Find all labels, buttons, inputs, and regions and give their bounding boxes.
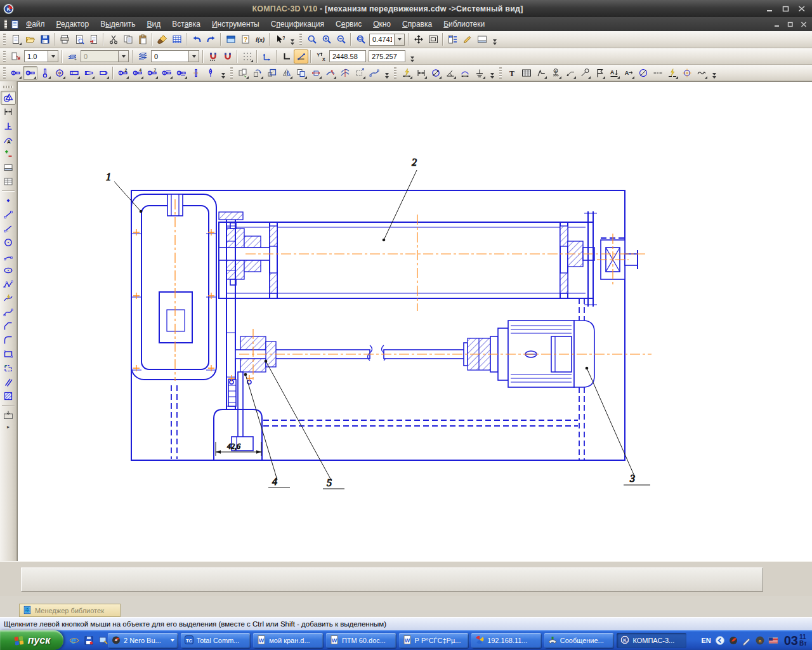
tool-center-mark-button[interactable] xyxy=(679,66,694,80)
tool-text-label-button[interactable]: T xyxy=(504,66,519,80)
left-tool-measure-a-button[interactable]: A xyxy=(1,133,16,147)
tool-datum-mark-button[interactable]: A xyxy=(548,66,563,80)
dimension-42-6[interactable]: 42,6 xyxy=(216,442,261,456)
tool-edit-curve-button[interactable] xyxy=(367,66,381,80)
drive-shaft[interactable] xyxy=(235,338,490,370)
tool-coords-yx-button[interactable]: YX xyxy=(313,50,328,63)
tool-wavy-line-button[interactable] xyxy=(694,66,709,80)
property-bar[interactable] xyxy=(21,567,763,592)
toolbar-grip[interactable] xyxy=(299,34,302,45)
tool-grid-button[interactable] xyxy=(240,50,254,63)
tool-doc-tree-button[interactable] xyxy=(445,32,460,46)
left-tool-hatch-button[interactable] xyxy=(1,389,16,403)
gearbox[interactable] xyxy=(131,194,216,380)
toolbar-overflow-chevron[interactable] xyxy=(488,66,495,80)
tool-help-topics-button[interactable]: ? xyxy=(238,32,252,46)
toolbar-overflow-chevron[interactable] xyxy=(491,32,498,46)
tool-view-label-button[interactable] xyxy=(592,66,606,80)
tool-move-objects-button[interactable] xyxy=(308,66,323,80)
tool-plate-slot-button[interactable] xyxy=(67,66,81,80)
tool-redo-button[interactable] xyxy=(204,32,218,46)
tray-abbyy-tray-icon[interactable]: a xyxy=(755,635,766,646)
panel-expand-handle[interactable]: ▸ xyxy=(7,424,10,430)
tool-magnet-setup-button[interactable] xyxy=(206,50,220,63)
left-tool-curve-lightning-button[interactable] xyxy=(1,291,16,305)
tool-zoom-out-button[interactable] xyxy=(334,32,348,46)
drawing-canvas[interactable]: 42,6 1 2 3 4 5 xyxy=(17,81,812,561)
group-dropdown-arrow[interactable] xyxy=(171,639,174,642)
tool-marking-down-button[interactable]: A xyxy=(606,66,621,80)
tool-diameter-dimension-button[interactable] xyxy=(428,66,443,80)
left-tool-relations-perp-button[interactable] xyxy=(1,119,16,133)
left-tool-ellipse-button[interactable] xyxy=(1,263,16,277)
tool-roughness-button[interactable] xyxy=(534,66,548,80)
left-tool-circle-button[interactable] xyxy=(1,235,16,249)
tool-open-folder-button[interactable] xyxy=(23,32,37,46)
tool-format-brush-button[interactable] xyxy=(155,32,169,46)
combo-current-scale[interactable]: 1.0 xyxy=(24,50,58,62)
callout-4[interactable]: 4 xyxy=(244,373,290,488)
left-tool-arc-button[interactable] xyxy=(1,249,16,263)
toolbar-grip[interactable] xyxy=(230,67,233,79)
tool-new-window-button[interactable] xyxy=(223,32,238,46)
tool-leader-parts-button[interactable] xyxy=(577,66,592,80)
tool-bolt-asm-4-button[interactable]: 4 xyxy=(130,66,145,80)
left-tool-segment-button[interactable] xyxy=(1,208,16,222)
tool-auto-axis-button[interactable] xyxy=(665,66,679,80)
taskbar-button-word-raschet[interactable]: WР Р°СЃС‡Рµ... xyxy=(399,633,469,648)
toolbar-overflow-chevron[interactable] xyxy=(289,32,296,46)
taskbar-button-word-moy-kran[interactable]: Wмой кран.d... xyxy=(253,633,323,648)
callout-2[interactable]: 2 xyxy=(383,157,417,241)
tool-bolt-asm-7-button[interactable]: 7 xyxy=(145,66,159,80)
menu-tools[interactable]: Инструменты xyxy=(206,18,265,30)
left-tool-report-table-button[interactable] xyxy=(1,175,16,189)
left-tool-polyline-button[interactable] xyxy=(1,277,16,291)
toolbar-overflow-chevron[interactable] xyxy=(710,66,717,80)
taskbar-button-word-ptm-60[interactable]: WПТМ 60.doc... xyxy=(326,633,396,648)
toolbar-grip[interactable] xyxy=(499,67,502,79)
tool-trim-curve-button[interactable] xyxy=(323,66,337,80)
tool-zoom-button[interactable] xyxy=(304,32,319,46)
restore-button[interactable] xyxy=(779,3,793,15)
menu-libraries[interactable]: Библиотеки xyxy=(438,18,490,30)
tool-washer-side-button[interactable] xyxy=(188,66,203,80)
left-tool-spec-panel-button[interactable] xyxy=(1,161,16,175)
taskbar-button-nero-group[interactable]: 2 Nero Bu... xyxy=(108,633,178,648)
tool-variables-fx-button[interactable]: f(x) xyxy=(252,32,267,46)
field-coord-y[interactable]: 275.257 xyxy=(369,50,405,62)
tool-edit-modes-button[interactable] xyxy=(460,32,475,46)
left-tool-plus-minus-button[interactable] xyxy=(1,147,16,161)
tool-print-button[interactable] xyxy=(57,32,72,46)
tool-washer-plan-button[interactable] xyxy=(52,66,67,80)
tool-undo-button[interactable] xyxy=(189,32,204,46)
tool-leader-callout-button[interactable] xyxy=(563,66,577,80)
tool-properties-panel-button[interactable] xyxy=(475,32,489,46)
tool-magnet-button[interactable] xyxy=(220,50,235,63)
left-tool-rectangle-button[interactable] xyxy=(1,347,16,361)
tool-plumb-bob-button[interactable] xyxy=(203,66,218,80)
callout-1[interactable]: 1 xyxy=(106,171,142,213)
left-tool-chamfer-button[interactable] xyxy=(1,319,16,333)
tool-copy-objects-button[interactable] xyxy=(294,66,308,80)
left-tool-spline-button[interactable] xyxy=(1,305,16,319)
tool-bolt-asm-button[interactable] xyxy=(159,66,174,80)
tool-copy-button[interactable] xyxy=(121,32,135,46)
menu-insert[interactable]: Вставка xyxy=(166,18,206,30)
left-tool-fillet-button[interactable] xyxy=(1,333,16,347)
field-coord-x[interactable]: 2448.58 xyxy=(329,50,366,62)
tool-stud-asm-button[interactable] xyxy=(174,66,188,80)
doc-minimize-button[interactable] xyxy=(771,20,783,29)
menu-file[interactable]: Файл xyxy=(20,18,51,30)
panel-grip[interactable] xyxy=(3,86,13,88)
tool-cursor-help-button[interactable]: ? xyxy=(272,32,287,46)
tool-insert-fragment-button[interactable] xyxy=(86,32,101,46)
tool-zoom-area-button[interactable] xyxy=(353,32,368,46)
taskbar-button-message[interactable]: Сообщение... xyxy=(544,633,614,648)
tool-paste-clipboard-button[interactable] xyxy=(135,32,150,46)
language-indicator[interactable]: EN xyxy=(701,637,710,644)
toolbar-grip[interactable] xyxy=(3,34,6,45)
tool-local-axes-button[interactable] xyxy=(259,50,274,63)
tray-us-flag-icon[interactable] xyxy=(768,635,779,646)
tool-trim-curve-2-button[interactable] xyxy=(337,66,352,80)
quick-launch-internet-explorer[interactable]: e xyxy=(68,633,81,647)
